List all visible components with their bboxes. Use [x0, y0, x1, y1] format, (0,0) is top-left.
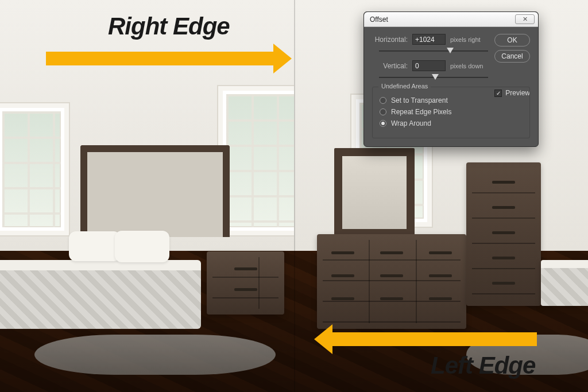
- dialog-titlebar[interactable]: Offset ✕: [364, 12, 538, 27]
- vertical-unit: pixels down: [450, 63, 483, 69]
- annotation-left-edge-label: Left Edge: [431, 352, 535, 379]
- radio-set-to-transparent[interactable]: [380, 97, 386, 104]
- image-seam: [294, 0, 295, 392]
- dialog-title: Offset: [370, 15, 388, 24]
- offset-dialog: Offset ✕ OK Cancel Horizontal: pixels ri…: [363, 11, 539, 147]
- radio-wrap-around[interactable]: [380, 120, 386, 127]
- vertical-input[interactable]: [412, 60, 446, 71]
- radio-repeat-label: Repeat Edge Pixels: [391, 108, 451, 116]
- slider-thumb-icon[interactable]: [432, 74, 439, 80]
- undefined-areas-group: Undefined Areas Set to Transparent Repea…: [372, 87, 530, 138]
- annotation-right-edge-label: Right Edge: [108, 13, 230, 40]
- radio-wrap-label: Wrap Around: [391, 119, 431, 127]
- cancel-button[interactable]: Cancel: [494, 50, 530, 63]
- radio-repeat-edge-pixels[interactable]: [380, 108, 386, 115]
- horizontal-unit: pixels right: [450, 36, 481, 43]
- arrow-right-icon: [46, 52, 276, 65]
- vertical-slider[interactable]: [379, 74, 488, 81]
- vertical-label: Vertical:: [372, 62, 408, 70]
- arrow-left-icon: [330, 332, 537, 346]
- close-icon: ✕: [523, 15, 528, 23]
- slider-thumb-icon[interactable]: [447, 48, 454, 53]
- horizontal-slider[interactable]: [379, 48, 488, 55]
- window-close-button[interactable]: ✕: [515, 14, 535, 24]
- group-title: Undefined Areas: [378, 83, 431, 90]
- horizontal-label: Horizontal:: [372, 36, 408, 44]
- radio-transparent-label: Set to Transparent: [391, 96, 448, 104]
- ok-button[interactable]: OK: [494, 34, 530, 46]
- horizontal-input[interactable]: [412, 34, 446, 45]
